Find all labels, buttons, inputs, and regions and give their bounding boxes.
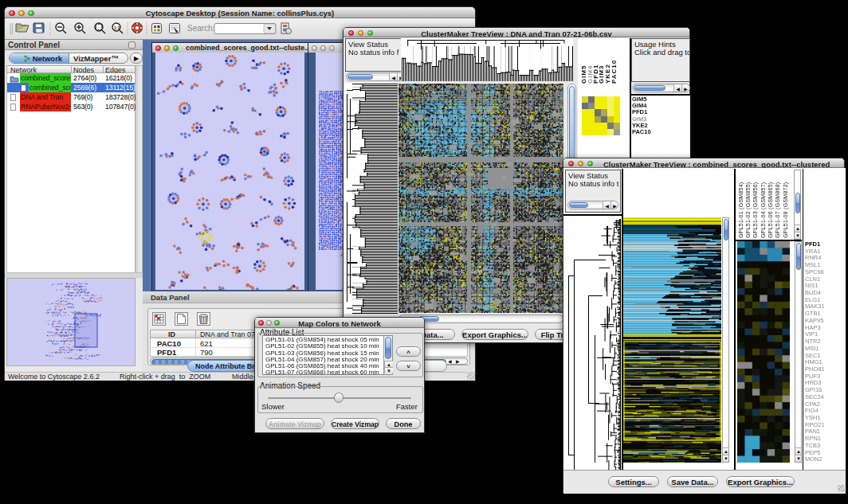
svg-text:1:1: 1:1: [114, 25, 120, 30]
svg-text:Search:: Search:: [187, 24, 214, 33]
